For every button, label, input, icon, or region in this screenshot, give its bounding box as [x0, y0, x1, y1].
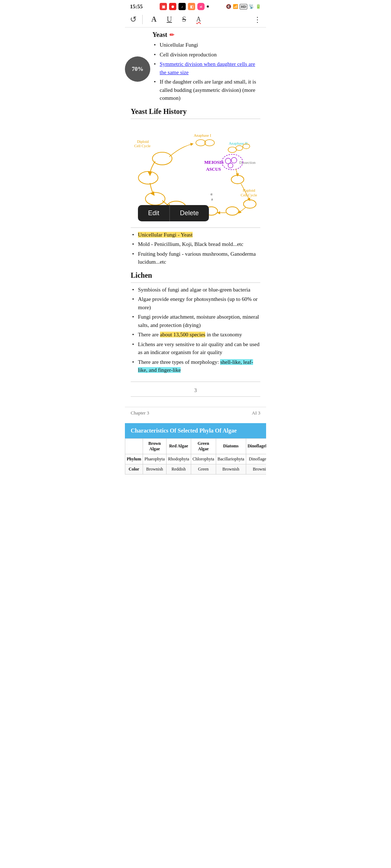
strikethrough-button[interactable]: S [181, 14, 188, 24]
app-icons: ▣ ⏺ ♪ ◧ ai [160, 3, 209, 10]
svg-text:Cell Cycle: Cell Cycle [241, 193, 257, 197]
svg-point-24 [226, 207, 239, 215]
app-icon-orange: ◧ [188, 3, 195, 10]
svg-text:Cell Cycle: Cell Cycle [134, 144, 151, 148]
algae-table-title: Characteristics Of Selected Phyla Of Alg… [125, 423, 266, 438]
algae-table: Brown Algae Red Algae Green Algae Diatom… [125, 438, 266, 475]
delete-button[interactable]: Delete [170, 205, 209, 221]
chapter-footer: Chapter 3 AI 3 [125, 407, 266, 419]
cell: Phaeophyta [143, 454, 167, 464]
row-label-phylum: Phylum [125, 454, 143, 464]
svg-text:α: α [211, 192, 213, 196]
list-item: There are about 13,500 species in the ta… [132, 331, 260, 339]
cell: Dinoflagellata [246, 454, 266, 464]
mute-icon: 🔇 [226, 4, 231, 9]
page-number: 3 [131, 388, 260, 393]
cell: Green [191, 464, 216, 474]
list-item: There are three types of morphology: she… [132, 358, 260, 374]
svg-text:a: a [211, 197, 213, 201]
col-header-red-algae: Red Algae [167, 438, 191, 454]
underline-button[interactable]: U [165, 14, 173, 24]
fungi-types-list: Unicellular Fungi - Yeast Mold - Penicil… [131, 231, 260, 266]
wifi-icon: 📶 [233, 4, 238, 9]
species-count: about 13,500 species [160, 332, 205, 337]
svg-text:Anaphase II: Anaphase II [229, 141, 248, 145]
svg-point-22 [231, 175, 244, 183]
col-header-brown-algae: Brown Algae [143, 438, 167, 454]
list-item-unicellular: Unicellular Fungi - Yeast [132, 231, 260, 239]
status-icons: 🔇 📶 HD 📡 🔋 [226, 4, 261, 9]
app-icon-tiktok: ♪ [178, 3, 186, 10]
divider [131, 119, 260, 119]
row-label-color: Color [125, 464, 143, 474]
svg-point-19 [228, 163, 233, 168]
edit-button[interactable]: Edit [138, 205, 170, 221]
divider-4 [131, 382, 260, 382]
edit-delete-popup: Edit Delete [138, 205, 209, 221]
list-item: Symmetric division when daughter cells a… [154, 60, 260, 76]
list-item: Unicellular Fungi [154, 41, 260, 49]
svg-point-9 [205, 140, 214, 146]
svg-text:MEIOSIS: MEIOSIS [204, 159, 224, 165]
list-item: Cell division reproduction [154, 51, 260, 59]
divider-2 [131, 227, 260, 228]
list-item: Symbiosis of fungi and algae or blue-gre… [132, 286, 260, 294]
signal-icon: 📡 [249, 4, 254, 9]
pink-mark: ✏ [169, 31, 174, 38]
list-item: If the daughter cells are large and smal… [154, 78, 260, 102]
bold-button[interactable]: A [150, 14, 158, 24]
status-time: 15:55 [130, 4, 143, 10]
svg-point-18 [231, 157, 237, 163]
list-item: Algae provide energy for photosynthesis … [132, 295, 260, 311]
svg-point-10 [228, 147, 236, 152]
svg-text:Dissection: Dissection [239, 160, 256, 164]
cell: Bacillariophyta [216, 454, 246, 464]
yeast-life-cycle-diagram: Diploid Cell Cycle Anaphase I Anaphase I… [131, 122, 260, 225]
chapter-label: Chapter 3 [131, 410, 149, 416]
svg-text:Anaphase I: Anaphase I [194, 133, 211, 137]
lichen-heading: Lichen [131, 271, 260, 280]
svg-text:Diploid: Diploid [137, 139, 149, 143]
col-header-diatoms: Diatoms [216, 438, 246, 454]
status-bar: 15:55 ▣ ⏺ ♪ ◧ ai 🔇 📶 HD 📡 🔋 [125, 0, 266, 12]
svg-point-2 [152, 152, 172, 165]
more-options-button[interactable]: ⋮ [254, 15, 261, 24]
table-header-row: Brown Algae Red Algae Green Algae Diatom… [125, 438, 266, 454]
table-row: Phylum Phaeophyta Rhodophyta Chlorophyta… [125, 454, 266, 464]
algae-table-section: Characteristics Of Selected Phyla Of Alg… [125, 423, 266, 475]
cell: Chlorophyta [191, 454, 216, 464]
list-item-mold: Mold - Penicillium, Koji, Black bread mo… [132, 240, 260, 248]
divider-5 [131, 396, 260, 397]
list-item: Fungi provide attachment, moisture absor… [132, 313, 260, 329]
progress-circle: 70% [125, 56, 150, 82]
dot-indicator [207, 5, 209, 8]
yeast-bullets: Unicellular Fungi Cell division reproduc… [152, 41, 260, 102]
unicellular-fungi-yeast-text: Unicellular Fungi - Yeast [138, 232, 193, 238]
ai-label: AI 3 [252, 410, 260, 416]
svg-text:ASCUS: ASCUS [206, 167, 221, 172]
symmetric-division-text: Symmetric division when daughter cells a… [160, 61, 255, 75]
toolbar: ↺ A U S A ⋮ [125, 12, 266, 27]
svg-point-11 [236, 145, 243, 150]
app-icon-2: ⏺ [169, 3, 176, 10]
table-row: Color Brownish Reddish Green Brownish Br… [125, 464, 266, 474]
lichen-bullets: Symbiosis of fungi and algae or blue-gre… [131, 286, 260, 374]
divider-3 [131, 282, 260, 283]
wave-underline-button[interactable]: A [195, 15, 202, 24]
col-header-empty [125, 438, 143, 454]
cell: Brownish [246, 464, 266, 474]
svg-point-4 [146, 192, 165, 205]
list-item-fruiting: Fruiting body fungi - various mushrooms,… [132, 250, 260, 266]
cell: Rhodophyta [167, 454, 191, 464]
cell: Brownish [143, 464, 167, 474]
col-header-green-algae: Green Algae [191, 438, 216, 454]
yeast-heading: Yeast ✏ [131, 31, 260, 39]
undo-button[interactable]: ↺ [130, 15, 143, 24]
svg-point-3 [138, 171, 158, 184]
app-icon-pink: ai [197, 3, 205, 10]
hd-badge: HD [240, 4, 247, 9]
battery-icon: 🔋 [256, 4, 261, 9]
col-header-dinoflagellates: Dinoflagellates [246, 438, 266, 454]
yeast-life-history-heading: Yeast Life History [131, 107, 260, 116]
svg-point-8 [196, 140, 206, 146]
